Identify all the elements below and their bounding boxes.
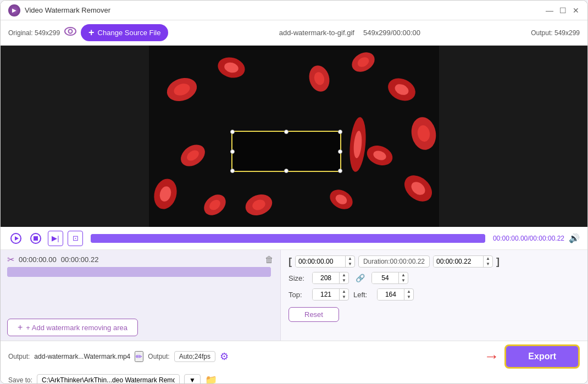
width-up[interactable]: ▲	[340, 272, 348, 278]
clip-row: ✂ 00:00:00.00 00:00:00.22 🗑	[7, 254, 274, 265]
top-label: Top:	[289, 291, 308, 299]
start-time-up[interactable]: ▲	[346, 256, 354, 261]
width-input[interactable]	[313, 272, 339, 283]
handle-mid-left[interactable]	[230, 149, 235, 154]
reset-button[interactable]: Reset	[289, 307, 339, 322]
right-bracket: ]	[496, 256, 500, 268]
app-icon: ▶	[8, 4, 20, 16]
change-source-button[interactable]: + Change Source File	[81, 24, 168, 41]
video-scene	[149, 46, 440, 227]
end-time-input-group[interactable]: ▲ ▼	[433, 255, 493, 268]
link-icon: 🔗	[353, 274, 367, 282]
start-time-input[interactable]	[296, 256, 345, 267]
handle-top-right[interactable]	[338, 130, 342, 134]
title-bar: ▶ Video Watermark Remover — ☐ ✕	[1, 1, 587, 20]
toolbar-left: Original: 549x299 + Change Source File	[8, 24, 168, 41]
settings-button[interactable]: ⚙	[220, 350, 229, 363]
width-input-group[interactable]: ▲ ▼	[312, 272, 349, 284]
time-row: [ ▲ ▼ Duration:00:00:00.22 ▲ ▼ ]	[289, 255, 580, 268]
left-input-group[interactable]: ▲ ▼	[377, 288, 414, 300]
next-frame-button[interactable]: ▶|	[48, 231, 63, 246]
end-time-input[interactable]	[434, 256, 483, 267]
size-label: Size:	[289, 274, 308, 282]
clip-start-time: 00:00:00.00	[19, 255, 57, 264]
height-input-group[interactable]: ▲ ▼	[371, 272, 408, 284]
footer-bar: Output: add-watermark...Watermark.mp4 ✏ …	[1, 341, 587, 384]
open-folder-button[interactable]: 📁	[205, 374, 217, 384]
crop-button[interactable]: ⊡	[68, 231, 83, 246]
svg-point-0	[65, 27, 76, 35]
output-fps-label: Output:	[148, 353, 169, 360]
chevron-down-icon: ▼	[189, 376, 196, 384]
main-bottom: ✂ 00:00:00.00 00:00:00.22 🗑 + + Add wate…	[1, 250, 587, 341]
start-time-spinners[interactable]: ▲ ▼	[345, 256, 354, 267]
output-label: Output: 549x299	[531, 29, 580, 37]
left-spinners[interactable]: ▲ ▼	[404, 289, 413, 300]
play-button[interactable]	[8, 231, 24, 246]
left-down[interactable]: ▼	[404, 294, 413, 300]
left-panel: ✂ 00:00:00.00 00:00:00.22 🗑 + + Add wate…	[1, 250, 281, 341]
original-label: Original: 549x299	[8, 29, 60, 37]
height-input[interactable]	[372, 272, 398, 283]
handle-top-left[interactable]	[230, 130, 235, 134]
svg-marker-32	[15, 236, 19, 241]
end-time-up[interactable]: ▲	[484, 256, 492, 261]
height-down[interactable]: ▼	[399, 278, 408, 283]
left-input[interactable]	[378, 289, 404, 300]
minimize-button[interactable]: —	[546, 7, 553, 14]
top-input[interactable]	[313, 289, 339, 300]
height-spinners[interactable]: ▲ ▼	[398, 272, 408, 283]
left-label: Left:	[353, 291, 373, 299]
top-down[interactable]: ▼	[340, 294, 348, 300]
clip-track	[7, 267, 271, 277]
left-up[interactable]: ▲	[404, 289, 413, 294]
delete-clip-button[interactable]: 🗑	[265, 255, 274, 265]
window-controls: — ☐ ✕	[546, 7, 580, 14]
clip-icon: ✂	[7, 254, 14, 265]
save-path-input[interactable]	[37, 374, 180, 384]
right-panel: [ ▲ ▼ Duration:00:00:00.22 ▲ ▼ ] Size:	[281, 250, 587, 341]
app-title: Video Watermark Remover	[25, 6, 110, 14]
path-dropdown-button[interactable]: ▼	[184, 374, 201, 384]
handle-bot-mid[interactable]	[284, 169, 289, 173]
export-area: → Export	[484, 344, 580, 369]
handle-top-mid[interactable]	[284, 130, 289, 134]
duration-label: Duration:00:00:00.22	[358, 255, 430, 268]
change-source-label: Change Source File	[98, 29, 161, 37]
progress-track[interactable]	[91, 234, 485, 243]
end-time-down[interactable]: ▼	[484, 261, 492, 267]
handle-bot-left[interactable]	[230, 169, 235, 173]
footer-row2: Save to: ▼ 📁	[8, 374, 580, 384]
selection-box[interactable]	[231, 131, 341, 172]
arrow-icon: →	[484, 348, 499, 365]
top-up[interactable]: ▲	[340, 289, 348, 294]
start-time-input-group[interactable]: ▲ ▼	[295, 255, 355, 268]
export-button[interactable]: Export	[504, 344, 580, 369]
width-spinners[interactable]: ▲ ▼	[339, 272, 348, 283]
toolbar: Original: 549x299 + Change Source File a…	[1, 20, 587, 46]
handle-bot-right[interactable]	[338, 169, 342, 173]
width-down[interactable]: ▼	[340, 278, 348, 283]
edit-filename-button[interactable]: ✏	[135, 351, 143, 362]
stop-button[interactable]	[28, 231, 43, 246]
maximize-button[interactable]: ☐	[559, 7, 567, 14]
start-time-down[interactable]: ▼	[346, 261, 354, 267]
playback-bar: ▶| ⊡ 00:00:00.00/00:00:00.22 🔊	[1, 227, 587, 250]
save-to-label: Save to:	[8, 376, 32, 384]
add-area-plus-icon: +	[18, 322, 23, 332]
output-file-value: add-watermark...Watermark.mp4	[34, 353, 130, 360]
size-row: Size: ▲ ▼ 🔗 ▲ ▼	[289, 272, 580, 284]
video-right-dark	[439, 46, 587, 227]
top-spinners[interactable]: ▲ ▼	[339, 289, 348, 300]
eye-button[interactable]	[64, 27, 76, 38]
left-bracket: [	[289, 256, 292, 268]
close-button[interactable]: ✕	[572, 7, 580, 14]
add-watermark-area-button[interactable]: + + Add watermark removing area	[7, 319, 138, 336]
add-area-label: + Add watermark removing area	[26, 324, 127, 332]
handle-mid-right[interactable]	[338, 149, 342, 154]
height-up[interactable]: ▲	[399, 272, 408, 278]
end-time-spinners[interactable]: ▲ ▼	[483, 256, 492, 267]
top-input-group[interactable]: ▲ ▼	[312, 288, 349, 300]
volume-button[interactable]: 🔊	[569, 233, 580, 243]
svg-point-1	[69, 30, 73, 34]
